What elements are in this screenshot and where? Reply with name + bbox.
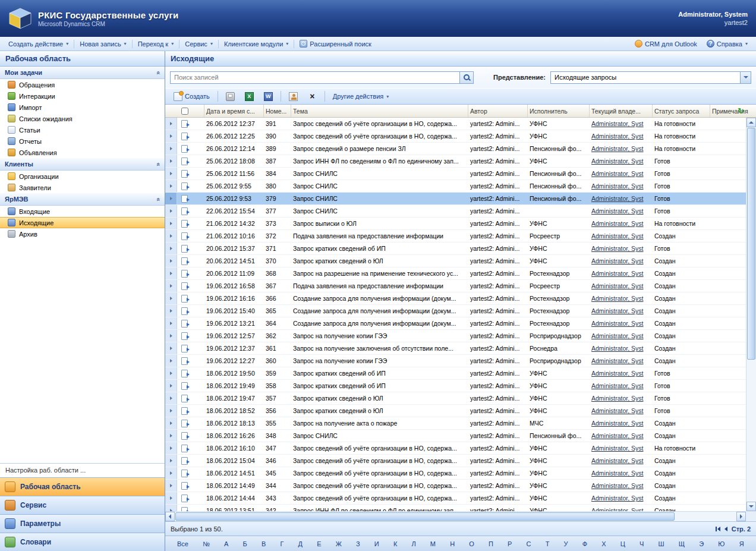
- first-page-button[interactable]: [716, 527, 720, 531]
- sidebar-item[interactable]: Интеракции: [0, 90, 165, 102]
- sidebar-item[interactable]: Входящие: [0, 206, 165, 217]
- table-row[interactable]: 18.06.2012 14:49344Запрос сведений об уч…: [165, 480, 746, 492]
- row-expander[interactable]: [165, 255, 177, 267]
- cell-owner[interactable]: Administrator, Syst: [590, 292, 653, 304]
- alphabet-letter[interactable]: Т: [544, 540, 551, 547]
- cell-owner[interactable]: Administrator, Syst: [590, 255, 653, 267]
- row-expander[interactable]: [165, 392, 177, 404]
- cell-owner[interactable]: Administrator, Syst: [590, 505, 653, 511]
- scroll-right-button[interactable]: [736, 512, 746, 521]
- alphabet-letter[interactable]: Д: [297, 540, 304, 547]
- alphabet-letter[interactable]: В: [260, 540, 267, 547]
- print-button[interactable]: [222, 90, 238, 103]
- sidebar-group-header[interactable]: Мои задачи«: [0, 67, 165, 79]
- horizontal-scroll-track[interactable]: [675, 512, 736, 521]
- sidebar-item[interactable]: Исходящие: [0, 217, 165, 228]
- alphabet-letter[interactable]: Р: [506, 540, 513, 547]
- cell-owner[interactable]: Administrator, Syst: [590, 367, 653, 379]
- cell-owner[interactable]: Administrator, Syst: [590, 455, 653, 467]
- sidebar-item[interactable]: Объявления: [0, 147, 165, 158]
- alphabet-letter[interactable]: Г: [279, 540, 285, 547]
- row-expander[interactable]: [165, 130, 177, 142]
- row-expander[interactable]: [165, 230, 177, 242]
- column-header-date[interactable]: Дата и время с...: [204, 105, 264, 117]
- sidebar-item[interactable]: Заявители: [0, 182, 165, 193]
- column-header-exec[interactable]: Исполнитель: [528, 105, 590, 117]
- table-row[interactable]: 18.06.2012 19:47357Запрос кратких сведен…: [165, 392, 746, 405]
- cell-owner[interactable]: Administrator, Syst: [590, 143, 653, 155]
- alphabet-letter[interactable]: У: [563, 540, 569, 547]
- row-expander[interactable]: [165, 280, 177, 292]
- row-expander[interactable]: [165, 467, 177, 479]
- row-expander[interactable]: [165, 417, 177, 429]
- table-row[interactable]: 21.06.2012 10:16372Подача заявления на п…: [165, 230, 746, 243]
- cell-owner[interactable]: Administrator, Syst: [590, 380, 653, 392]
- row-expander[interactable]: [165, 455, 177, 467]
- sidebar-item[interactable]: Списки ожидания: [0, 113, 165, 124]
- row-expander[interactable]: [165, 193, 177, 204]
- row-expander[interactable]: [165, 243, 177, 254]
- excel-export-button[interactable]: [241, 90, 257, 103]
- collapse-chevron-icon[interactable]: «: [155, 197, 161, 201]
- table-row[interactable]: 19.06.2012 12:27360Запрос на получение к…: [165, 355, 746, 367]
- alphabet-letter[interactable]: Щ: [678, 540, 686, 547]
- row-expander[interactable]: [165, 118, 177, 130]
- alphabet-letter[interactable]: Э: [698, 540, 705, 547]
- vertical-scroll-track[interactable]: [746, 360, 756, 502]
- table-row[interactable]: 18.06.2012 14:51345Запрос сведений об уч…: [165, 467, 746, 480]
- horizontal-scrollbar[interactable]: [165, 511, 746, 521]
- cell-owner[interactable]: Administrator, Syst: [590, 480, 653, 492]
- select-all-checkbox[interactable]: [181, 108, 188, 115]
- sidebar-item[interactable]: Архив: [0, 228, 165, 240]
- table-row[interactable]: 18.06.2012 15:04346Запрос сведений об уч…: [165, 455, 746, 467]
- nav-button[interactable]: Сервис: [0, 496, 165, 514]
- cell-owner[interactable]: Administrator, Syst: [590, 280, 653, 292]
- table-row[interactable]: 26.06.2012 12:14389Запрос сведений о раз…: [165, 143, 746, 155]
- menu-item[interactable]: Сервис▾: [180, 37, 218, 51]
- cell-owner[interactable]: Administrator, Syst: [590, 205, 653, 217]
- row-expander[interactable]: [165, 168, 177, 180]
- menu-item[interactable]: Новая запись▾: [75, 37, 131, 51]
- cell-owner[interactable]: Administrator, Syst: [590, 230, 653, 242]
- menu-item[interactable]: Переход к▾: [133, 37, 179, 51]
- alphabet-letter[interactable]: О: [468, 540, 475, 547]
- cell-owner[interactable]: Administrator, Syst: [590, 342, 653, 354]
- nav-button[interactable]: Словари: [0, 533, 165, 551]
- alphabet-letter[interactable]: №: [201, 540, 211, 547]
- table-row[interactable]: 18.06.2012 13:51342Запрос ИНН ФЛ по свед…: [165, 505, 746, 511]
- table-row[interactable]: 26.06.2012 12:37391Запрос сведений об уч…: [165, 118, 746, 130]
- row-expander[interactable]: [165, 355, 177, 367]
- alphabet-letter[interactable]: Ш: [657, 540, 666, 547]
- sidebar-group-header[interactable]: ЯрМЭВ«: [0, 193, 165, 206]
- table-row[interactable]: 25.06.2012 18:08387Запрос ИНН ФЛ по свед…: [165, 155, 746, 168]
- row-expander[interactable]: [165, 292, 177, 304]
- word-export-button[interactable]: [260, 90, 276, 103]
- menu-item[interactable]: Клиентские модули▾: [219, 37, 293, 51]
- search-button[interactable]: [460, 71, 474, 84]
- table-row[interactable]: 19.06.2012 12:57362Запрос на получение к…: [165, 330, 746, 342]
- table-row[interactable]: 19.06.2012 15:40365Создание запроса для …: [165, 305, 746, 317]
- table-row[interactable]: 19.06.2012 12:37361Запрос на получение з…: [165, 342, 746, 355]
- row-expander[interactable]: [165, 155, 177, 167]
- vertical-scrollbar[interactable]: [746, 118, 756, 511]
- table-row[interactable]: 18.06.2012 18:52356Запрос кратких сведен…: [165, 405, 746, 417]
- alphabet-letter[interactable]: Ф: [581, 540, 588, 547]
- nav-button[interactable]: Параметры: [0, 514, 165, 533]
- vertical-scroll-thumb[interactable]: [747, 128, 755, 360]
- more-actions-button[interactable]: Другие действия ▾: [329, 91, 392, 102]
- delete-button[interactable]: [304, 90, 320, 103]
- row-expander[interactable]: [165, 317, 177, 329]
- row-expander[interactable]: [165, 505, 177, 511]
- row-expander[interactable]: [165, 330, 177, 342]
- alphabet-letter[interactable]: С: [525, 540, 533, 547]
- search-input[interactable]: [170, 71, 460, 84]
- row-expander[interactable]: [165, 218, 177, 229]
- column-header-notes[interactable]: Примечания: [710, 105, 756, 117]
- row-expander[interactable]: [165, 380, 177, 392]
- cell-owner[interactable]: Administrator, Syst: [590, 267, 653, 279]
- cell-owner[interactable]: Administrator, Syst: [590, 405, 653, 417]
- row-expander[interactable]: [165, 480, 177, 492]
- cell-owner[interactable]: Administrator, Syst: [590, 492, 653, 504]
- row-expander[interactable]: [165, 180, 177, 192]
- cell-owner[interactable]: Administrator, Syst: [590, 442, 653, 454]
